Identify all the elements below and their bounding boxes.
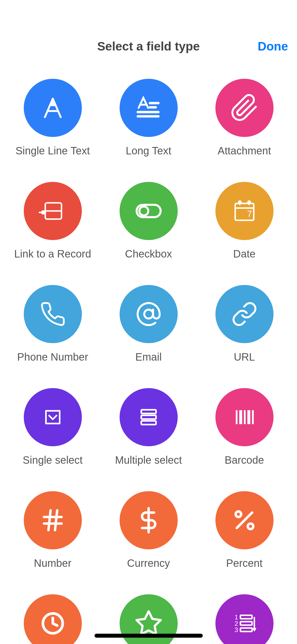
field-option-attachment[interactable]: Attachment xyxy=(196,79,292,157)
clock-icon xyxy=(24,594,82,644)
modal-header: Select a field type Done xyxy=(0,0,297,66)
svg-point-9 xyxy=(139,206,148,215)
letter-a-icon xyxy=(24,79,82,137)
field-label: Phone Number xyxy=(17,351,88,363)
svg-text:7: 7 xyxy=(247,209,252,219)
field-label: Single Line Text xyxy=(16,145,90,157)
field-option-number[interactable]: Number xyxy=(5,491,101,569)
svg-rect-26 xyxy=(252,410,254,424)
svg-rect-24 xyxy=(244,410,246,424)
svg-rect-20 xyxy=(141,415,156,419)
svg-rect-21 xyxy=(141,421,156,425)
phone-icon xyxy=(24,285,82,343)
calendar-icon: 7 xyxy=(215,182,274,240)
field-option-phone-number[interactable]: Phone Number xyxy=(5,285,101,363)
field-option-url[interactable]: URL xyxy=(196,285,292,363)
field-label: Long Text xyxy=(126,145,171,157)
numbered-list-icon: 1 2 3 xyxy=(215,594,274,644)
svg-line-29 xyxy=(48,510,50,530)
svg-rect-23 xyxy=(239,410,242,424)
field-option-checkbox[interactable]: Checkbox xyxy=(101,182,196,260)
field-option-link-to-record[interactable]: Link to a Record xyxy=(5,182,101,260)
hash-icon xyxy=(24,491,82,549)
svg-text:3: 3 xyxy=(234,626,238,633)
svg-point-33 xyxy=(235,512,241,517)
done-button[interactable]: Done xyxy=(258,39,288,53)
field-option-single-select[interactable]: Single select xyxy=(5,388,101,466)
list-icon xyxy=(120,388,178,446)
svg-text:2: 2 xyxy=(234,620,238,627)
field-option-single-line-text[interactable]: Single Line Text xyxy=(5,79,101,157)
home-indicator[interactable] xyxy=(95,634,203,638)
field-option-date[interactable]: 7 Date xyxy=(196,182,292,260)
percent-icon xyxy=(215,491,274,549)
field-label: Barcode xyxy=(225,454,264,466)
field-label: URL xyxy=(234,351,255,363)
field-option-multiple-select[interactable]: Multiple select xyxy=(101,388,196,466)
svg-rect-18 xyxy=(46,411,60,424)
link-icon xyxy=(215,285,274,343)
field-label: Number xyxy=(34,557,71,569)
svg-rect-25 xyxy=(247,410,250,424)
svg-line-30 xyxy=(55,510,57,530)
field-label: Date xyxy=(233,248,256,260)
field-type-grid: Single Line Text Long Text Attachment xyxy=(0,79,297,644)
svg-rect-40 xyxy=(240,615,252,619)
svg-rect-41 xyxy=(240,622,252,625)
page-title: Select a field type xyxy=(97,39,200,53)
field-option-percent[interactable]: Percent xyxy=(196,491,292,569)
field-option-long-text[interactable]: Long Text xyxy=(101,79,196,157)
field-option-currency[interactable]: Currency xyxy=(101,491,196,569)
field-option-barcode[interactable]: Barcode xyxy=(196,388,292,466)
field-label: Attachment xyxy=(218,145,271,157)
field-label: Checkbox xyxy=(125,248,172,260)
paperclip-icon xyxy=(215,79,274,137)
field-label: Multiple select xyxy=(115,454,182,466)
field-label: Link to a Record xyxy=(14,248,91,260)
field-option-duration[interactable]: Duration xyxy=(5,594,101,644)
svg-point-17 xyxy=(144,310,153,318)
svg-line-32 xyxy=(237,513,252,528)
field-label: Percent xyxy=(226,557,263,569)
toggle-icon xyxy=(120,182,178,240)
svg-point-34 xyxy=(248,524,253,529)
field-label: Single select xyxy=(23,454,83,466)
field-option-email[interactable]: Email xyxy=(101,285,196,363)
dropdown-icon xyxy=(24,388,82,446)
svg-marker-36 xyxy=(136,611,161,634)
svg-rect-42 xyxy=(240,628,252,632)
field-label: Currency xyxy=(127,557,170,569)
barcode-icon xyxy=(215,388,274,446)
field-option-autonumber[interactable]: 1 2 3 Autonumber xyxy=(196,594,292,644)
long-text-icon xyxy=(120,79,178,137)
svg-rect-22 xyxy=(236,410,238,424)
dollar-icon xyxy=(120,491,178,549)
link-record-icon xyxy=(24,182,82,240)
at-icon xyxy=(120,285,178,343)
svg-text:1: 1 xyxy=(234,614,238,621)
svg-rect-19 xyxy=(141,410,156,413)
field-label: Email xyxy=(135,351,162,363)
